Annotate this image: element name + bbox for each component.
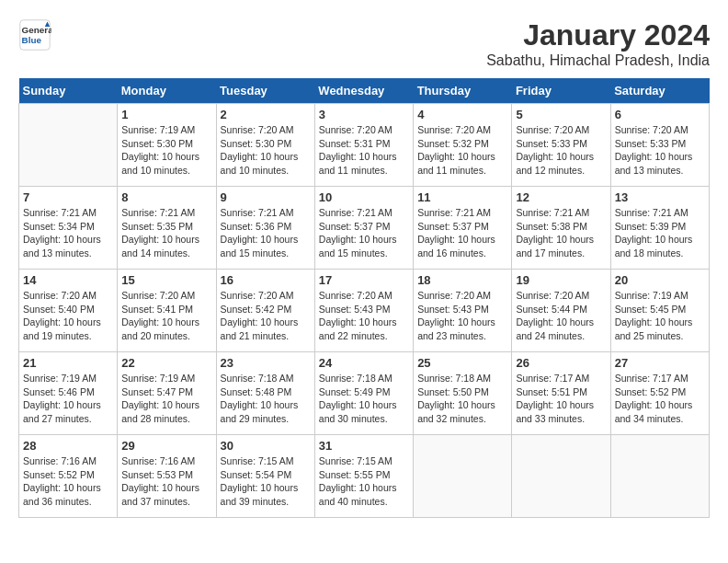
- day-number: 17: [319, 273, 409, 287]
- table-row: 28 Sunrise: 7:16 AMSunset: 5:52 PMDaylig…: [19, 435, 118, 518]
- title-area: January 2024 Sabathu, Himachal Pradesh, …: [486, 18, 710, 69]
- table-row: 16 Sunrise: 7:20 AMSunset: 5:42 PMDaylig…: [216, 270, 314, 352]
- table-row: 27 Sunrise: 7:17 AMSunset: 5:52 PMDaylig…: [610, 352, 709, 435]
- col-friday: Friday: [512, 78, 610, 104]
- day-info: Sunrise: 7:20 AMSunset: 5:43 PMDaylight:…: [417, 289, 507, 343]
- day-number: 4: [417, 108, 507, 121]
- day-info: Sunrise: 7:19 AMSunset: 5:30 PMDaylight:…: [121, 123, 211, 178]
- day-info: Sunrise: 7:21 AMSunset: 5:35 PMDaylight:…: [121, 206, 211, 260]
- table-row: 8 Sunrise: 7:21 AMSunset: 5:35 PMDayligh…: [118, 187, 216, 270]
- day-info: Sunrise: 7:15 AMSunset: 5:54 PMDaylight:…: [221, 454, 311, 509]
- table-row: 31 Sunrise: 7:15 AMSunset: 5:55 PMDaylig…: [314, 435, 413, 518]
- day-number: 3: [319, 108, 409, 121]
- table-row: 5 Sunrise: 7:20 AMSunset: 5:33 PMDayligh…: [512, 104, 610, 187]
- table-row: 7 Sunrise: 7:21 AMSunset: 5:34 PMDayligh…: [19, 187, 118, 270]
- day-info: Sunrise: 7:20 AMSunset: 5:41 PMDaylight:…: [121, 289, 211, 343]
- col-wednesday: Wednesday: [314, 78, 413, 104]
- location-title: Sabathu, Himachal Pradesh, India: [486, 52, 710, 69]
- day-info: Sunrise: 7:20 AMSunset: 5:42 PMDaylight:…: [221, 289, 311, 343]
- day-info: Sunrise: 7:20 AMSunset: 5:31 PMDaylight:…: [319, 123, 409, 178]
- day-info: Sunrise: 7:21 AMSunset: 5:38 PMDaylight:…: [516, 206, 606, 260]
- calendar-week-row: 21 Sunrise: 7:19 AMSunset: 5:46 PMDaylig…: [19, 352, 710, 435]
- day-number: 25: [417, 356, 507, 370]
- day-info: Sunrise: 7:19 AMSunset: 5:47 PMDaylight:…: [121, 372, 211, 426]
- day-number: 20: [615, 273, 705, 287]
- day-number: 22: [121, 356, 211, 370]
- table-row: 2 Sunrise: 7:20 AMSunset: 5:30 PMDayligh…: [216, 104, 314, 187]
- table-row: 25 Sunrise: 7:18 AMSunset: 5:50 PMDaylig…: [414, 352, 512, 435]
- day-info: Sunrise: 7:21 AMSunset: 5:34 PMDaylight:…: [23, 206, 113, 260]
- day-number: 6: [615, 108, 705, 121]
- day-number: 23: [221, 356, 311, 370]
- calendar-week-row: 14 Sunrise: 7:20 AMSunset: 5:40 PMDaylig…: [19, 270, 710, 352]
- day-number: 13: [615, 190, 705, 204]
- col-sunday: Sunday: [19, 78, 118, 104]
- table-row: 14 Sunrise: 7:20 AMSunset: 5:40 PMDaylig…: [19, 270, 118, 352]
- table-row: [19, 104, 118, 187]
- day-number: 1: [121, 108, 211, 121]
- table-row: 3 Sunrise: 7:20 AMSunset: 5:31 PMDayligh…: [314, 104, 413, 187]
- day-info: Sunrise: 7:19 AMSunset: 5:45 PMDaylight:…: [615, 289, 705, 343]
- day-number: 11: [417, 190, 507, 204]
- day-number: 31: [319, 439, 409, 453]
- day-info: Sunrise: 7:16 AMSunset: 5:53 PMDaylight:…: [121, 454, 211, 509]
- table-row: 21 Sunrise: 7:19 AMSunset: 5:46 PMDaylig…: [19, 352, 118, 435]
- day-number: 7: [23, 190, 113, 204]
- day-info: Sunrise: 7:18 AMSunset: 5:50 PMDaylight:…: [417, 372, 507, 426]
- day-info: Sunrise: 7:19 AMSunset: 5:46 PMDaylight:…: [23, 372, 113, 426]
- col-monday: Monday: [118, 78, 216, 104]
- day-info: Sunrise: 7:20 AMSunset: 5:33 PMDaylight:…: [615, 123, 705, 178]
- day-number: 12: [516, 190, 606, 204]
- day-info: Sunrise: 7:20 AMSunset: 5:30 PMDaylight:…: [221, 123, 311, 178]
- day-info: Sunrise: 7:20 AMSunset: 5:44 PMDaylight:…: [516, 289, 606, 343]
- page-header: General Blue January 2024 Sabathu, Himac…: [18, 18, 710, 69]
- day-number: 27: [615, 356, 705, 370]
- table-row: 9 Sunrise: 7:21 AMSunset: 5:36 PMDayligh…: [216, 187, 314, 270]
- day-info: Sunrise: 7:15 AMSunset: 5:55 PMDaylight:…: [319, 454, 409, 509]
- day-info: Sunrise: 7:20 AMSunset: 5:43 PMDaylight:…: [319, 289, 409, 343]
- svg-text:Blue: Blue: [22, 35, 42, 45]
- day-number: 30: [221, 439, 311, 453]
- table-row: [414, 435, 512, 518]
- day-info: Sunrise: 7:17 AMSunset: 5:52 PMDaylight:…: [615, 372, 705, 426]
- calendar-week-row: 28 Sunrise: 7:16 AMSunset: 5:52 PMDaylig…: [19, 435, 710, 518]
- day-info: Sunrise: 7:20 AMSunset: 5:33 PMDaylight:…: [516, 123, 606, 178]
- day-number: 10: [319, 190, 409, 204]
- table-row: 22 Sunrise: 7:19 AMSunset: 5:47 PMDaylig…: [118, 352, 216, 435]
- calendar-header-row: Sunday Monday Tuesday Wednesday Thursday…: [19, 78, 710, 104]
- table-row: 13 Sunrise: 7:21 AMSunset: 5:39 PMDaylig…: [610, 187, 709, 270]
- table-row: [610, 435, 709, 518]
- table-row: 24 Sunrise: 7:18 AMSunset: 5:49 PMDaylig…: [314, 352, 413, 435]
- day-number: 15: [121, 273, 211, 287]
- table-row: [512, 435, 610, 518]
- logo: General Blue: [18, 18, 51, 52]
- calendar-week-row: 7 Sunrise: 7:21 AMSunset: 5:34 PMDayligh…: [19, 187, 710, 270]
- day-info: Sunrise: 7:21 AMSunset: 5:36 PMDaylight:…: [221, 206, 311, 260]
- table-row: 6 Sunrise: 7:20 AMSunset: 5:33 PMDayligh…: [610, 104, 709, 187]
- day-number: 14: [23, 273, 113, 287]
- day-info: Sunrise: 7:20 AMSunset: 5:32 PMDaylight:…: [417, 123, 507, 178]
- day-number: 24: [319, 356, 409, 370]
- table-row: 11 Sunrise: 7:21 AMSunset: 5:37 PMDaylig…: [414, 187, 512, 270]
- table-row: 10 Sunrise: 7:21 AMSunset: 5:37 PMDaylig…: [314, 187, 413, 270]
- day-info: Sunrise: 7:17 AMSunset: 5:51 PMDaylight:…: [516, 372, 606, 426]
- day-info: Sunrise: 7:21 AMSunset: 5:39 PMDaylight:…: [615, 206, 705, 260]
- calendar-week-row: 1 Sunrise: 7:19 AMSunset: 5:30 PMDayligh…: [19, 104, 710, 187]
- day-number: 28: [23, 439, 113, 453]
- day-number: 8: [121, 190, 211, 204]
- col-saturday: Saturday: [610, 78, 709, 104]
- day-info: Sunrise: 7:21 AMSunset: 5:37 PMDaylight:…: [319, 206, 409, 260]
- day-info: Sunrise: 7:18 AMSunset: 5:48 PMDaylight:…: [221, 372, 311, 426]
- day-number: 21: [23, 356, 113, 370]
- table-row: 19 Sunrise: 7:20 AMSunset: 5:44 PMDaylig…: [512, 270, 610, 352]
- day-number: 16: [221, 273, 311, 287]
- day-number: 26: [516, 356, 606, 370]
- table-row: 17 Sunrise: 7:20 AMSunset: 5:43 PMDaylig…: [314, 270, 413, 352]
- table-row: 15 Sunrise: 7:20 AMSunset: 5:41 PMDaylig…: [118, 270, 216, 352]
- table-row: 1 Sunrise: 7:19 AMSunset: 5:30 PMDayligh…: [118, 104, 216, 187]
- day-number: 18: [417, 273, 507, 287]
- logo-icon: General Blue: [18, 18, 51, 52]
- day-number: 5: [516, 108, 606, 121]
- day-info: Sunrise: 7:20 AMSunset: 5:40 PMDaylight:…: [23, 289, 113, 343]
- table-row: 18 Sunrise: 7:20 AMSunset: 5:43 PMDaylig…: [414, 270, 512, 352]
